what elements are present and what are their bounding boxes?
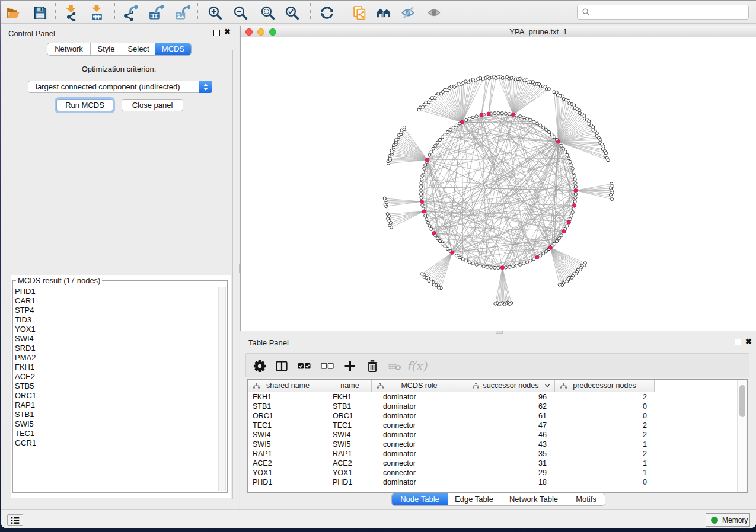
first-neighbors-button[interactable]	[374, 3, 393, 22]
hide-selected-button[interactable]	[399, 3, 418, 22]
table-row[interactable]: ORC1ORC1dominator610	[248, 411, 747, 421]
open-session-button[interactable]	[4, 3, 23, 22]
mcds-result-item[interactable]: ACE2	[15, 372, 218, 382]
mcds-result-item[interactable]: TID3	[15, 315, 218, 325]
mcds-result-item[interactable]: SRD1	[15, 344, 218, 353]
table-row[interactable]: STB1STB1dominator620	[248, 402, 747, 411]
zoom-in-button[interactable]	[205, 3, 224, 22]
mcds-result-item[interactable]: TEC1	[15, 429, 218, 438]
cell-name: ORC1	[333, 411, 353, 421]
mcds-result-item[interactable]: PMA2	[15, 353, 218, 363]
toolbar-separator	[114, 3, 115, 21]
table-row[interactable]: PHD1PHD1dominator180	[248, 477, 747, 487]
table-row[interactable]: TEC1TEC1connector472	[248, 421, 747, 430]
mcds-result-list[interactable]: PHD1CAR1STP4TID3YOX1SWI4SRD1PMA2FKH1ACE2…	[15, 287, 218, 491]
delete-columns-button[interactable]	[362, 356, 382, 376]
save-session-button[interactable]	[30, 3, 49, 22]
memory-indicator[interactable]: Memory	[706, 513, 750, 527]
column-header-successor-nodes[interactable]: successor nodes	[467, 380, 555, 392]
table-scrollbar[interactable]	[737, 380, 747, 492]
table-row[interactable]: RAP1RAP1dominator352	[248, 449, 747, 459]
tab-motifs[interactable]: Motifs	[567, 493, 605, 505]
tab-network-table[interactable]: Network Table	[500, 493, 567, 505]
mcds-result-item[interactable]: RAP1	[15, 400, 218, 410]
cell-name: SWI5	[333, 440, 351, 449]
refresh-button[interactable]	[317, 3, 336, 22]
delete-table-button[interactable]	[385, 356, 405, 376]
column-header-MCDS-role[interactable]: MCDS role	[372, 380, 467, 392]
mcds-result-item[interactable]: GCR1	[15, 438, 218, 448]
table-close-panel-icon[interactable]: ✖	[745, 337, 752, 346]
tab-select[interactable]: Select	[122, 43, 155, 55]
mcds-result-item[interactable]: STP4	[15, 306, 218, 315]
table-float-panel-icon[interactable]	[735, 339, 741, 345]
table-panel-tabs: Node TableEdge TableNetwork TableMotifs	[392, 493, 605, 505]
close-panel-button[interactable]: Close panel	[122, 99, 183, 111]
mcds-result-box: MCDS result (17 nodes) PHD1CAR1STP4TID3Y…	[11, 275, 231, 498]
split-columns-button[interactable]	[272, 356, 292, 376]
window-close-icon[interactable]	[245, 28, 253, 36]
tab-edge-table[interactable]: Edge Table	[448, 493, 500, 505]
app-window: Control Panel ✖ NetworkStyleSelectMCDS O…	[1, 0, 756, 528]
window-maximize-icon[interactable]	[269, 28, 276, 36]
mcds-result-group: MCDS result (17 nodes) PHD1CAR1STP4TID3Y…	[12, 280, 228, 493]
column-settings-button[interactable]	[250, 356, 270, 376]
add-column-icon	[343, 359, 357, 373]
unselect-all-columns-button[interactable]	[317, 356, 337, 376]
table-row[interactable]: YOX1YOX1connector291	[248, 468, 747, 477]
mcds-result-item[interactable]: FKH1	[15, 363, 218, 372]
cell-shared_name: YOX1	[253, 468, 272, 477]
search-input[interactable]	[591, 5, 748, 19]
tab-style[interactable]: Style	[90, 43, 122, 55]
zoom-selected-button[interactable]	[282, 3, 301, 22]
run-mcds-button[interactable]: Run MCDS	[56, 99, 113, 111]
network-snapshot-button[interactable]	[350, 3, 369, 22]
import-network-button[interactable]	[62, 3, 81, 22]
table-row[interactable]: SWI5SWI5connector431	[248, 440, 747, 449]
column-header-predecessor-nodes[interactable]: predecessor nodes	[555, 380, 655, 392]
mcds-result-item[interactable]: YOX1	[15, 325, 218, 334]
tab-mcds[interactable]: MCDS	[155, 43, 191, 55]
float-panel-icon[interactable]	[213, 30, 220, 36]
select-all-columns-button[interactable]	[294, 356, 314, 376]
mcds-result-item[interactable]: SWI4	[15, 334, 218, 344]
close-panel-icon[interactable]: ✖	[224, 27, 231, 36]
table-row[interactable]: SWI4SWI4dominator462	[248, 430, 747, 440]
cell-predecessor_nodes: 0	[555, 477, 647, 487]
export-network-button[interactable]	[120, 3, 139, 22]
network-canvas[interactable]	[241, 37, 756, 331]
window-minimize-icon[interactable]	[257, 28, 264, 36]
column-header-name[interactable]: name	[328, 380, 372, 392]
optimization-criterion-select[interactable]: largest connected component (undirected)	[28, 81, 212, 93]
zoom-out-button[interactable]	[231, 3, 250, 22]
task-history-button[interactable]	[7, 514, 23, 526]
zoom-fit-button[interactable]	[258, 3, 277, 22]
mcds-result-item[interactable]: SWI5	[15, 419, 218, 429]
select-arrows-icon	[199, 81, 212, 93]
add-column-button[interactable]	[340, 356, 360, 376]
search-icon	[582, 8, 591, 17]
mcds-result-scrollbar[interactable]	[218, 287, 226, 491]
table-row[interactable]: FKH1FKH1dominator962	[248, 392, 747, 402]
cell-shared_name: STB1	[253, 402, 271, 411]
table-scrollbar-thumb[interactable]	[739, 385, 745, 417]
mcds-result-item[interactable]: STB5	[15, 382, 218, 391]
export-table-button[interactable]	[146, 3, 165, 22]
show-all-button[interactable]	[425, 3, 444, 22]
import-table-button[interactable]	[87, 3, 106, 22]
split-columns-icon	[275, 359, 289, 373]
cell-successor_nodes: 96	[467, 392, 547, 402]
tab-node-table[interactable]: Node Table	[392, 493, 448, 505]
mcds-result-item[interactable]: STB1	[15, 410, 218, 419]
search-box[interactable]	[577, 5, 749, 20]
export-image-button[interactable]	[172, 3, 191, 22]
mcds-result-item[interactable]: PHD1	[15, 287, 218, 296]
horizontal-splitter-handle[interactable]	[496, 331, 503, 334]
mcds-result-item[interactable]: ORC1	[15, 391, 218, 400]
tab-network[interactable]: Network	[47, 43, 90, 55]
mcds-result-item[interactable]: CAR1	[15, 296, 218, 306]
column-header-shared-name[interactable]: shared name	[248, 380, 328, 392]
table-row[interactable]: ACE2ACE2connector311	[248, 459, 747, 468]
function-builder-button[interactable]: f(x)	[407, 356, 427, 376]
mcds-result-title: MCDS result (17 nodes)	[16, 276, 102, 285]
